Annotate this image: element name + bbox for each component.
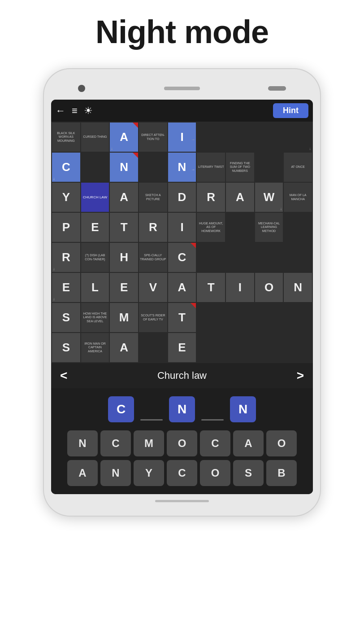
key-N[interactable]: N	[67, 430, 98, 456]
key-C3[interactable]: C	[167, 460, 197, 486]
cell-r1c0[interactable]: C ↓	[52, 153, 80, 182]
cell-r5c2[interactable]: E	[110, 273, 138, 302]
cell-r3c7[interactable]: MECHANI-CAL LEARNING METHOD	[255, 213, 283, 242]
page-title: Night mode	[95, 0, 269, 68]
key-M[interactable]: M	[134, 430, 164, 456]
key-C2[interactable]: C	[200, 430, 230, 456]
key-A2[interactable]: A	[67, 460, 98, 486]
key-B[interactable]: B	[266, 460, 297, 486]
cell-r6c1[interactable]: HOW HIGH THE LAND IS ABOVE SEA LEVEL	[81, 303, 109, 332]
key-O1[interactable]: O	[167, 430, 197, 456]
cell-r4c0[interactable]: R ↓	[52, 243, 80, 272]
prev-clue-button[interactable]: <	[60, 368, 67, 383]
back-button[interactable]: ←	[56, 105, 65, 117]
cell-r3c1[interactable]: E	[81, 213, 109, 242]
cell-r5c1[interactable]: L	[81, 273, 109, 302]
cell-r3c5[interactable]: HUGE AMOUNT, AS OF HOMEWORK	[197, 213, 225, 242]
next-clue-button[interactable]: >	[297, 368, 304, 383]
cell-r2c5[interactable]: R	[197, 183, 225, 212]
cell-r4c8	[284, 243, 312, 272]
key-O2[interactable]: O	[266, 430, 297, 456]
cell-r7c6	[226, 333, 254, 362]
cell-r0c7	[255, 123, 283, 152]
answer-tile-2[interactable]: N	[169, 396, 195, 422]
cell-r4c3[interactable]: SPE-CIALLY TRAINED GROUP	[139, 243, 167, 272]
hint-button[interactable]: Hint	[273, 103, 308, 118]
clue-navigation: < Church law >	[51, 363, 313, 388]
phone-bottom-bar	[51, 494, 313, 508]
cell-r2c8[interactable]: MAN OF LA MANCHA	[284, 183, 312, 212]
cell-r1c4[interactable]: N →	[168, 153, 196, 182]
cell-r5c0[interactable]: E ↓	[52, 273, 80, 302]
current-clue-text: Church law	[67, 370, 296, 381]
cell-r2c4[interactable]: D	[168, 183, 196, 212]
menu-button[interactable]: ≡	[72, 105, 78, 117]
cell-r2c3[interactable]: SKETCH A PICTURE	[139, 183, 167, 212]
cell-r2c0[interactable]: Y	[52, 183, 80, 212]
cell-r1c8[interactable]: AT ONCE	[284, 153, 312, 182]
phone-top-bar	[51, 77, 313, 100]
cell-r7c4[interactable]: E	[168, 333, 196, 362]
cell-r7c1[interactable]: IRON MAN OR CAPTAIN AMERICA	[81, 333, 109, 362]
cell-r7c3	[139, 333, 167, 362]
cell-r6c4[interactable]: T	[168, 303, 196, 332]
cell-r3c0[interactable]: P	[52, 213, 80, 242]
cell-r0c3[interactable]: DIRECT ATTEN-TION TO	[139, 123, 167, 152]
key-Y[interactable]: Y	[134, 460, 164, 486]
answer-blank-3[interactable]	[199, 396, 225, 422]
key-C[interactable]: C	[100, 430, 131, 456]
answer-tile-0[interactable]: C	[108, 396, 134, 422]
cell-r5c3[interactable]: V	[139, 273, 167, 302]
cell-r7c5	[197, 333, 225, 362]
cell-r2c1-church-law[interactable]: CHURCH LAW	[81, 183, 109, 212]
speaker-icon	[164, 87, 200, 90]
cell-r0c6	[226, 123, 254, 152]
cell-r4c5	[197, 243, 225, 272]
cell-r5c6[interactable]: I	[226, 273, 254, 302]
keyboard-row-2: A N Y C O S B	[54, 460, 310, 486]
sensor-icon	[268, 86, 286, 91]
cell-r1c6[interactable]: FINDING THE SUM OF TWO NUMBERS	[226, 153, 254, 182]
cell-r6c2[interactable]: M	[110, 303, 138, 332]
key-N2[interactable]: N	[100, 460, 131, 486]
cell-r7c0[interactable]: S	[52, 333, 80, 362]
cell-r1c2[interactable]: N	[110, 153, 138, 182]
cell-r6c5	[197, 303, 225, 332]
cell-r5c4[interactable]: A	[168, 273, 196, 302]
cell-r4c2[interactable]: H	[110, 243, 138, 272]
cell-r0c4[interactable]: I →	[168, 123, 196, 152]
cell-r3c4[interactable]: I	[168, 213, 196, 242]
phone-screen: ← ≡ ☀ Hint BLACK SILK WORN AS MOURNING C…	[51, 100, 313, 494]
brightness-button[interactable]: ☀	[84, 105, 93, 117]
key-S[interactable]: S	[233, 460, 264, 486]
answer-blank-1[interactable]	[139, 396, 165, 422]
cell-r6c3[interactable]: SCOUT'S RIDER OF EARLY TV	[139, 303, 167, 332]
cell-r4c1[interactable]: (?) DISH (LAB CON-TAINER)	[81, 243, 109, 272]
crossword-grid: BLACK SILK WORN AS MOURNING CURSED THING…	[51, 122, 313, 363]
cell-r0c2[interactable]: A ↓	[110, 123, 138, 152]
cell-r0c0[interactable]: BLACK SILK WORN AS MOURNING	[52, 123, 80, 152]
cell-r4c4[interactable]: C	[168, 243, 196, 272]
answer-area: C N N	[51, 388, 313, 427]
cell-r5c7[interactable]: O	[255, 273, 283, 302]
key-A[interactable]: A	[233, 430, 264, 456]
cell-r7c2[interactable]: A	[110, 333, 138, 362]
phone-frame: ← ≡ ☀ Hint BLACK SILK WORN AS MOURNING C…	[43, 68, 321, 517]
cell-r0c5	[197, 123, 225, 152]
cell-r1c5[interactable]: LITERARY TWIST	[197, 153, 225, 182]
cell-r5c5[interactable]: T	[197, 273, 225, 302]
cell-r2c7[interactable]: W ↓	[255, 183, 283, 212]
cell-r5c8[interactable]: N	[284, 273, 312, 302]
cell-r3c3[interactable]: R	[139, 213, 167, 242]
home-indicator	[155, 500, 209, 502]
answer-tile-4[interactable]: N	[230, 396, 256, 422]
cell-r2c2[interactable]: A	[110, 183, 138, 212]
cell-r6c7	[255, 303, 283, 332]
cell-r6c0[interactable]: S	[52, 303, 80, 332]
cell-r3c6	[226, 213, 254, 242]
key-O3[interactable]: O	[200, 460, 230, 486]
cell-r0c1[interactable]: CURSED THING	[81, 123, 109, 152]
cell-r2c6[interactable]: A	[226, 183, 254, 212]
cell-r3c2[interactable]: T	[110, 213, 138, 242]
cell-r7c7	[255, 333, 283, 362]
